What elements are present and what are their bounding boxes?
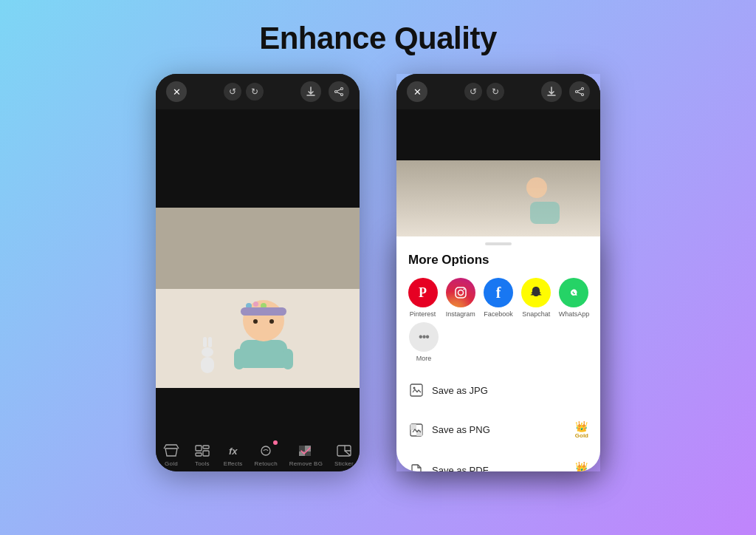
share-snapchat[interactable]: Snapchat [518, 278, 555, 318]
retouch-dot [273, 440, 278, 445]
svg-rect-20 [410, 384, 422, 396]
gold-label: Gold [165, 460, 178, 467]
right-phone-topbar: ✕ ↺ ↻ [396, 74, 600, 109]
pinterest-label: Pinterest [410, 310, 436, 318]
save-jpg-label: Save as JPG [432, 385, 488, 396]
left-phone: ✕ ↺ ↻ [156, 74, 360, 471]
toolbar-tools[interactable]: Tools [193, 443, 212, 467]
share-pinterest[interactable]: P Pinterest [404, 278, 441, 318]
svg-point-18 [463, 289, 464, 290]
effects-icon: fx [224, 443, 243, 459]
save-pdf-left: PDF Save as PDF [408, 463, 489, 472]
right-phone-top: ✕ ↺ ↻ [396, 74, 600, 236]
remove-bg-icon [296, 443, 315, 459]
share-facebook[interactable]: f Facebook [479, 278, 517, 318]
save-pdf-icon: PDF [408, 463, 425, 472]
snapchat-label: Snapchat [522, 310, 550, 318]
save-png-left: Save as PNG [408, 422, 490, 438]
effects-label: Effects [224, 460, 243, 467]
facebook-icon: f [484, 278, 513, 307]
png-gold-label: Gold [575, 432, 588, 439]
undo-redo-group: ↺ ↻ [224, 83, 264, 100]
sheet-handle [485, 242, 512, 245]
retouch-icon [256, 443, 275, 459]
save-png-option[interactable]: Save as PNG 👑 Gold [396, 412, 600, 447]
svg-point-17 [458, 290, 463, 296]
right-download-icon[interactable] [541, 81, 562, 102]
more-options-title: More Options [396, 253, 600, 275]
toolbar-gold[interactable]: Gold [162, 443, 181, 467]
instagram-icon [446, 278, 475, 307]
facebook-label: Facebook [484, 310, 513, 318]
svg-point-14 [582, 94, 584, 96]
left-phone-topbar: ✕ ↺ ↻ [156, 74, 360, 109]
svg-point-21 [413, 387, 416, 389]
right-redo-icon[interactable]: ↻ [487, 83, 504, 100]
share-icon[interactable] [329, 81, 349, 102]
gold-icon [162, 443, 181, 459]
svg-text:PDF: PDF [413, 471, 422, 472]
bg-wall [156, 208, 360, 289]
whatsapp-icon [559, 278, 588, 307]
right-undo-redo: ↺ ↻ [464, 83, 504, 100]
right-undo-icon[interactable]: ↺ [464, 83, 482, 100]
svg-point-13 [582, 88, 584, 90]
save-pdf-label: Save as PDF [432, 465, 489, 471]
save-pdf-option[interactable]: PDF Save as PDF 👑 Gold [396, 453, 600, 471]
sticker-icon [334, 443, 354, 459]
right-topbar-left: ✕ [407, 81, 427, 102]
save-jpg-option[interactable]: Save as JPG [396, 374, 600, 406]
toolbar-effects[interactable]: fx Effects [224, 443, 243, 467]
toolbar-retouch[interactable]: Retouch [255, 443, 278, 467]
page-title: Enhance Quality [259, 21, 497, 56]
svg-rect-6 [196, 453, 202, 456]
phones-row: ✕ ↺ ↻ [0, 74, 756, 471]
right-topbar-right [541, 81, 590, 102]
right-close-icon[interactable]: ✕ [407, 81, 427, 102]
right-phone: ✕ ↺ ↻ [396, 74, 600, 471]
tools-label: Tools [195, 460, 210, 467]
close-icon[interactable]: ✕ [166, 81, 187, 102]
tools-icon [193, 443, 212, 459]
share-icons-row: P Pinterest Instagram [396, 275, 600, 322]
svg-rect-5 [203, 451, 209, 456]
save-png-icon [408, 422, 425, 438]
pdf-gold-badge: 👑 Gold [575, 461, 588, 471]
png-gold-badge: 👑 Gold [575, 420, 588, 439]
share-more[interactable]: ••• More [404, 322, 444, 362]
instagram-label: Instagram [446, 310, 475, 318]
retouch-label: Retouch [255, 460, 278, 467]
remove-bg-label: Remove BG [289, 460, 323, 467]
whatsapp-label: WhatsApp [559, 310, 590, 318]
download-icon[interactable] [300, 81, 321, 102]
svg-point-1 [341, 94, 343, 96]
pinterest-icon: P [408, 278, 438, 307]
left-phone-image [156, 109, 360, 437]
svg-point-2 [335, 91, 337, 93]
toolbar-sticker[interactable]: Sticker [334, 443, 354, 467]
more-icon: ••• [409, 322, 439, 352]
svg-rect-8 [299, 446, 305, 451]
svg-rect-3 [196, 446, 202, 451]
undo-icon[interactable]: ↺ [224, 83, 241, 100]
png-crown-icon: 👑 [575, 420, 588, 432]
svg-point-7 [261, 446, 270, 455]
left-topbar-right [300, 81, 349, 102]
redo-icon[interactable]: ↻ [246, 83, 264, 100]
sticker-label: Sticker [334, 460, 354, 467]
toolbar-remove-bg[interactable]: Remove BG [289, 443, 323, 467]
left-topbar-left: ✕ [166, 81, 187, 102]
svg-rect-4 [203, 446, 209, 449]
save-png-label: Save as PNG [432, 424, 490, 435]
svg-point-0 [341, 88, 343, 90]
more-option-row: ••• More [396, 322, 600, 368]
share-whatsapp[interactable]: WhatsApp [555, 278, 593, 318]
more-label: More [416, 355, 432, 362]
share-sheet: More Options P Pinterest [396, 236, 600, 471]
svg-point-15 [576, 91, 578, 93]
svg-rect-23 [410, 424, 416, 430]
baby-scene [156, 208, 360, 388]
right-share-icon[interactable] [569, 81, 590, 102]
right-phone-image-preview [396, 109, 600, 236]
share-instagram[interactable]: Instagram [441, 278, 479, 318]
